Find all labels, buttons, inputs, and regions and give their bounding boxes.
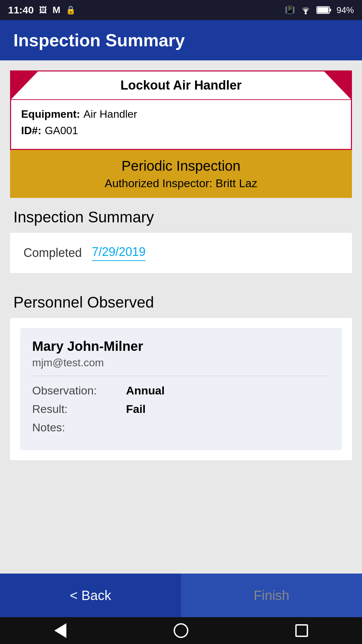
- battery-icon: [316, 5, 332, 15]
- mail-icon: M: [53, 5, 60, 15]
- id-field: ID#: GA001: [21, 124, 341, 137]
- app-header-title: Inspection Summary: [13, 30, 185, 50]
- bottom-nav: < Back Finish: [0, 574, 362, 617]
- equipment-field: Equipment: Air Handler: [21, 108, 341, 120]
- status-bar-left: 11:40 🖼 M 🔒: [8, 4, 76, 16]
- person-divider: [32, 376, 330, 376]
- vibrate-icon: 📳: [285, 5, 295, 15]
- personnel-section-header: Personnel Observed: [0, 283, 362, 318]
- battery-percent: 94%: [337, 5, 354, 15]
- banner-title: Periodic Inspection: [20, 158, 342, 174]
- inspection-summary-section-header: Inspection Summary: [0, 198, 362, 233]
- notes-field: Notes:: [32, 421, 330, 434]
- observation-field: Observation: Annual: [32, 384, 330, 397]
- equipment-label: Equipment:: [21, 108, 80, 120]
- finish-button: Finish: [181, 574, 362, 617]
- result-field: Result: Fail: [32, 402, 330, 416]
- android-home-icon: [174, 623, 188, 638]
- android-recent-button[interactable]: [292, 621, 312, 641]
- app-header: Inspection Summary: [0, 20, 362, 60]
- content-area: Lockout Air Handler Equipment: Air Handl…: [0, 60, 362, 574]
- equipment-value: Air Handler: [83, 108, 137, 120]
- photo-icon: 🖼: [39, 5, 47, 15]
- back-button[interactable]: < Back: [0, 574, 181, 617]
- android-nav-bar: [0, 617, 362, 644]
- android-back-button[interactable]: [50, 621, 70, 641]
- wifi-icon: [300, 5, 312, 15]
- observation-value: Annual: [126, 384, 165, 397]
- android-home-button[interactable]: [171, 621, 191, 641]
- status-bar-right: 📳 94%: [285, 5, 354, 15]
- ticket-corner-right: [324, 71, 351, 99]
- ticket-card: Lockout Air Handler Equipment: Air Handl…: [10, 70, 352, 150]
- banner-subtitle: Authorized Inspector: Britt Laz: [20, 177, 342, 190]
- status-time: 11:40: [8, 4, 34, 16]
- yellow-banner: Periodic Inspection Authorized Inspector…: [10, 150, 352, 198]
- svg-rect-2: [329, 9, 331, 11]
- person-inner-card: Mary John-Milner mjm@test.com Observatio…: [20, 328, 342, 450]
- android-recent-icon: [295, 624, 308, 637]
- lock-icon: 🔒: [66, 5, 76, 15]
- person-email: mjm@test.com: [32, 357, 330, 369]
- id-value: GA001: [45, 124, 78, 137]
- inspection-summary-card: Completed 7/29/2019: [10, 233, 352, 273]
- ticket-title: Lockout Air Handler: [120, 78, 242, 93]
- observation-label: Observation:: [32, 384, 126, 397]
- status-bar: 11:40 🖼 M 🔒 📳 94%: [0, 0, 362, 20]
- person-name: Mary John-Milner: [32, 339, 330, 354]
- id-label: ID#:: [21, 124, 41, 137]
- ticket-body: Equipment: Air Handler ID#: GA001: [11, 99, 351, 149]
- ticket-corner-left: [11, 71, 38, 99]
- completed-row: Completed 7/29/2019: [23, 245, 339, 261]
- personnel-card: Mary John-Milner mjm@test.com Observatio…: [10, 318, 352, 460]
- notes-label: Notes:: [32, 421, 126, 434]
- android-back-icon: [54, 623, 66, 638]
- result-value: Fail: [126, 402, 146, 416]
- result-label: Result:: [32, 402, 126, 416]
- svg-rect-3: [317, 7, 328, 13]
- svg-point-0: [305, 12, 307, 14]
- ticket-title-area: Lockout Air Handler: [38, 71, 324, 99]
- completed-label: Completed: [23, 246, 82, 260]
- ticket-header: Lockout Air Handler: [11, 71, 351, 99]
- completed-date[interactable]: 7/29/2019: [92, 245, 145, 261]
